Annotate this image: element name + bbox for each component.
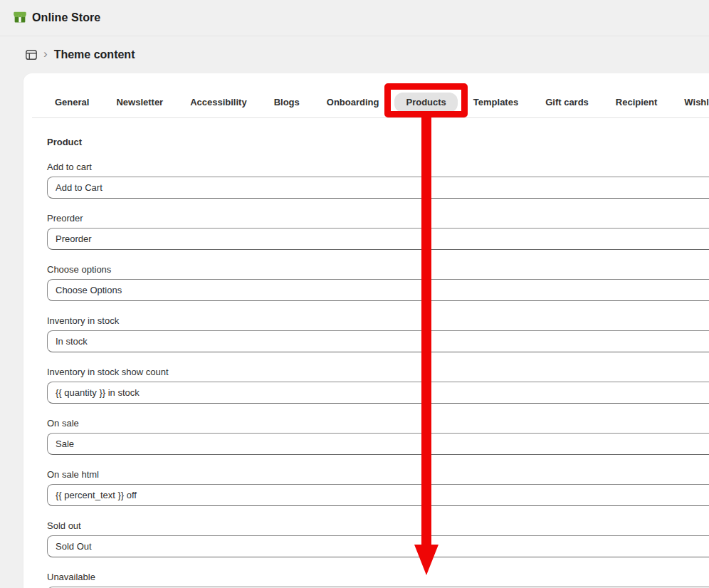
tab-blogs[interactable]: Blogs <box>263 93 311 112</box>
field-add-to-cart: Add to cart <box>47 162 709 199</box>
tab-templates[interactable]: Templates <box>462 93 530 112</box>
page-title: Online Store <box>32 11 100 24</box>
tabs-bar: General Newsletter Accessibility Blogs O… <box>23 73 709 117</box>
tab-recipient[interactable]: Recipient <box>604 93 669 112</box>
input-sold-out[interactable] <box>47 535 709 557</box>
section-heading: Product <box>47 137 709 148</box>
field-label: On sale html <box>47 469 709 481</box>
field-label: Preorder <box>47 213 709 224</box>
field-label: Choose options <box>47 264 709 275</box>
tab-newsletter[interactable]: Newsletter <box>105 93 174 112</box>
breadcrumb-title: Theme content <box>54 48 135 61</box>
field-sold-out: Sold out <box>47 520 709 557</box>
tab-general[interactable]: General <box>43 93 100 112</box>
tab-products[interactable]: Products <box>394 93 457 112</box>
field-on-sale-html: On sale html <box>47 469 709 506</box>
tab-accessibility[interactable]: Accessibility <box>179 93 258 112</box>
field-unavailable: Unavailable <box>47 572 709 588</box>
tab-wishlist[interactable]: Wishlist <box>673 93 709 112</box>
input-add-to-cart[interactable] <box>47 177 709 199</box>
window-layout-icon[interactable] <box>25 48 38 61</box>
input-inventory-show-count[interactable] <box>47 382 709 404</box>
field-on-sale: On sale <box>47 418 709 455</box>
top-bar: Online Store <box>0 0 709 36</box>
chevron-right-icon: › <box>38 47 54 63</box>
products-form: Product Add to cart Preorder Choose opti… <box>23 118 709 588</box>
theme-content-card: General Newsletter Accessibility Blogs O… <box>23 73 709 588</box>
field-inventory-show-count: Inventory in stock show count <box>47 367 709 404</box>
field-label: On sale <box>47 418 709 429</box>
tab-onboarding[interactable]: Onboarding <box>315 93 391 112</box>
tab-gift-cards[interactable]: Gift cards <box>534 93 600 112</box>
input-on-sale-html[interactable] <box>47 484 709 506</box>
field-label: Sold out <box>47 520 709 532</box>
field-choose-options: Choose options <box>47 264 709 301</box>
input-choose-options[interactable] <box>47 279 709 301</box>
input-inventory-in-stock[interactable] <box>47 330 709 352</box>
field-inventory-in-stock: Inventory in stock <box>47 315 709 352</box>
field-label: Inventory in stock show count <box>47 367 709 378</box>
breadcrumb: › Theme content <box>0 36 709 73</box>
field-preorder: Preorder <box>47 213 709 250</box>
field-label: Inventory in stock <box>47 315 709 327</box>
field-label: Unavailable <box>47 572 709 583</box>
store-icon <box>12 10 28 26</box>
field-label: Add to cart <box>47 162 709 173</box>
input-on-sale[interactable] <box>47 433 709 455</box>
input-preorder[interactable] <box>47 228 709 250</box>
